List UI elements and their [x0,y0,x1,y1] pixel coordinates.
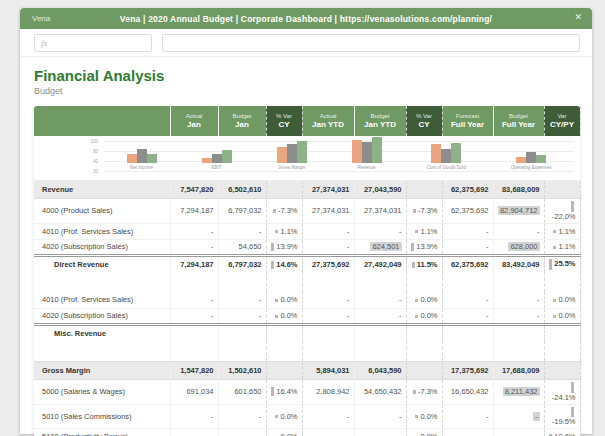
value-cell[interactable]: - [442,292,493,308]
variance-cell[interactable]: 0.0% [406,292,442,308]
value-cell[interactable]: - [442,239,493,255]
value-cell[interactable]: - [442,308,493,324]
value-cell[interactable]: - [302,429,354,436]
formula-input[interactable] [162,34,580,52]
value-cell[interactable]: - [354,404,406,429]
value-cell[interactable]: 8,211,432 [493,379,544,404]
variance-cell[interactable]: 25.5% [544,255,580,272]
value-cell[interactable]: 1,547,820 [170,361,218,379]
variance-cell[interactable] [406,180,442,198]
value-cell[interactable]: - [218,223,266,239]
value-cell[interactable]: 5,894,031 [302,361,354,379]
value-cell[interactable]: 17,688,009 [493,361,544,379]
value-cell[interactable]: 7,547,820 [170,180,218,198]
value-cell[interactable]: - [354,308,406,324]
value-cell[interactable]: - [218,292,266,308]
value-cell[interactable]: 601,650 [218,379,266,404]
value-cell[interactable]: - [493,429,544,436]
variance-cell[interactable]: -7.3% [266,198,302,223]
value-cell[interactable] [302,324,354,341]
value-cell[interactable] [493,324,544,341]
value-cell[interactable]: 27,492,049 [354,255,406,272]
value-cell[interactable]: - [170,404,218,429]
variance-cell[interactable]: 1.1% [266,223,302,239]
value-cell[interactable] [170,324,218,341]
variance-cell[interactable] [406,361,442,379]
value-cell[interactable]: 54,650,432 [354,379,406,404]
value-cell[interactable]: 6,043,590 [354,361,406,379]
value-cell[interactable]: - [493,223,544,239]
variance-cell[interactable]: 14.6% [266,255,302,272]
value-cell[interactable]: - [302,404,354,429]
variance-cell[interactable] [266,324,302,341]
variance-cell[interactable]: -19.5% [544,404,580,429]
variance-cell[interactable]: 0.0% [544,308,580,324]
variance-cell[interactable]: -22.0% [544,198,580,223]
value-cell[interactable]: 62,375,692 [442,198,493,223]
variance-cell[interactable]: 10.6% [544,429,580,436]
value-cell[interactable]: - [218,308,266,324]
cell-reference-box[interactable]: fx [34,34,152,52]
value-cell[interactable]: 1,502,610 [218,361,266,379]
variance-cell[interactable] [544,180,580,198]
variance-cell[interactable]: 1.1% [544,223,580,239]
variance-cell[interactable]: -7.3% [406,198,442,223]
variance-cell[interactable]: 0.0% [266,404,302,429]
value-cell[interactable]: 6,797,032 [218,255,266,272]
value-cell[interactable]: - [170,292,218,308]
value-cell[interactable]: - [493,404,544,429]
value-cell[interactable]: 624,501 [354,239,406,255]
value-cell[interactable]: 82,904,712 [493,198,544,223]
value-cell[interactable]: 27,375,692 [302,255,354,272]
variance-cell[interactable]: 0.0% [406,404,442,429]
variance-cell[interactable]: -7.3% [406,379,442,404]
variance-cell[interactable]: 13.9% [406,239,442,255]
variance-cell[interactable]: 0.0% [406,429,442,436]
value-cell[interactable]: - [302,292,354,308]
value-cell[interactable]: 27,374,031 [302,180,354,198]
value-cell[interactable]: 27,043,590 [354,180,406,198]
value-cell[interactable]: - [302,239,354,255]
value-cell[interactable]: 83,492,049 [493,255,544,272]
value-cell[interactable]: 27,374,031 [354,198,406,223]
value-cell[interactable]: - [354,223,406,239]
value-cell[interactable]: - [442,429,493,436]
value-cell[interactable]: - [493,292,544,308]
value-cell[interactable]: - [170,308,218,324]
variance-cell[interactable] [266,361,302,379]
value-cell[interactable]: 628,000 [493,239,544,255]
value-cell[interactable]: - [354,292,406,308]
variance-cell[interactable]: 1.1% [544,239,580,255]
variance-cell[interactable]: -24.1% [544,379,580,404]
value-cell[interactable]: - [170,429,218,436]
value-cell[interactable]: - [218,429,266,436]
variance-cell[interactable] [406,324,442,341]
value-cell[interactable]: 691,034 [170,379,218,404]
variance-cell[interactable]: 0.0% [266,429,302,436]
value-cell[interactable]: 16,650,432 [442,379,493,404]
variance-cell[interactable]: 0.0% [544,292,580,308]
value-cell[interactable]: 6,502,610 [218,180,266,198]
value-cell[interactable]: 17,375,692 [442,361,493,379]
value-cell[interactable]: - [354,429,406,436]
close-icon[interactable]: ✕ [574,12,582,22]
variance-cell[interactable]: 0.0% [406,308,442,324]
variance-cell[interactable] [544,324,580,341]
variance-cell[interactable]: 16.4% [266,379,302,404]
value-cell[interactable]: - [170,223,218,239]
variance-cell[interactable]: 0.0% [266,292,302,308]
value-cell[interactable]: - [442,404,493,429]
value-cell[interactable]: - [170,239,218,255]
value-cell[interactable] [354,324,406,341]
value-cell[interactable] [442,324,493,341]
variance-cell[interactable] [544,361,580,379]
value-cell[interactable]: 83,688,009 [493,180,544,198]
value-cell[interactable]: 6,797,032 [218,198,266,223]
variance-cell[interactable]: 11.5% [406,255,442,272]
variance-cell[interactable] [266,180,302,198]
value-cell[interactable]: - [493,308,544,324]
value-cell[interactable]: - [302,308,354,324]
value-cell[interactable]: 54,650 [218,239,266,255]
value-cell[interactable]: - [302,223,354,239]
value-cell[interactable]: 2,808,942 [302,379,354,404]
